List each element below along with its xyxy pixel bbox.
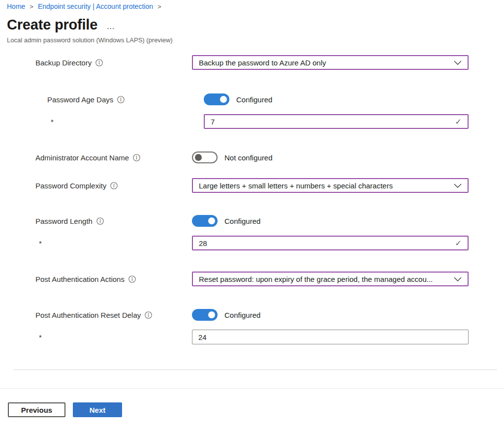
backup-directory-label: Backup Directory bbox=[35, 59, 92, 67]
form-row-post-authentication-actions: Post Authentication Actions Reset passwo… bbox=[35, 272, 469, 286]
form-row-administrator-account-name: Administrator Account Name Not configure… bbox=[35, 152, 469, 163]
post-authentication-reset-delay-value: 24 bbox=[198, 333, 207, 341]
breadcrumb-account-protection-link[interactable]: Endpoint security | Account protection bbox=[38, 2, 153, 10]
form-row-password-length: Password Length Configured bbox=[35, 215, 469, 227]
password-age-days-toggle[interactable] bbox=[204, 93, 229, 105]
footer-divider bbox=[0, 388, 504, 389]
info-icon[interactable] bbox=[110, 182, 118, 189]
password-length-input[interactable]: 28 ✓ bbox=[192, 236, 469, 250]
wizard-footer: Previous Next bbox=[8, 402, 504, 417]
checkmark-icon: ✓ bbox=[455, 117, 462, 126]
password-length-label: Password Length bbox=[35, 217, 93, 225]
create-profile-page: Home > Endpoint security | Account prote… bbox=[0, 0, 504, 428]
info-icon[interactable] bbox=[117, 96, 125, 103]
previous-button[interactable]: Previous bbox=[8, 402, 65, 417]
password-age-days-label: Password Age Days bbox=[47, 95, 113, 104]
post-authentication-reset-delay-toggle[interactable] bbox=[192, 309, 218, 321]
password-age-days-input[interactable]: 7 ✓ bbox=[204, 114, 469, 129]
administrator-account-name-toggle-label: Not configured bbox=[224, 153, 273, 162]
form-row-password-complexity: Password Complexity Large letters + smal… bbox=[35, 178, 469, 193]
required-asterisk: * bbox=[35, 239, 42, 247]
toggle-knob bbox=[195, 154, 202, 161]
next-button[interactable]: Next bbox=[73, 402, 122, 417]
administrator-account-name-toggle[interactable] bbox=[192, 152, 218, 163]
breadcrumb-home-link[interactable]: Home bbox=[7, 2, 25, 10]
chevron-down-icon bbox=[454, 277, 462, 281]
post-authentication-reset-delay-label: Post Authentication Reset Delay bbox=[35, 311, 141, 319]
administrator-account-name-label: Administrator Account Name bbox=[35, 153, 129, 162]
form-row-backup-directory: Backup Directory Backup the password to … bbox=[35, 55, 469, 70]
breadcrumb-separator-icon: > bbox=[30, 3, 33, 10]
toggle-knob bbox=[220, 96, 227, 103]
backup-directory-value: Backup the password to Azure AD only bbox=[199, 59, 331, 67]
more-options-icon[interactable]: … bbox=[106, 22, 115, 31]
form-row-password-age-days: Password Age Days Configured bbox=[47, 93, 469, 105]
info-icon[interactable] bbox=[133, 154, 140, 161]
required-asterisk: * bbox=[35, 333, 42, 341]
page-header: Create profile … bbox=[7, 17, 504, 33]
post-authentication-reset-delay-toggle-label: Configured bbox=[224, 311, 260, 319]
password-age-days-toggle-label: Configured bbox=[236, 95, 272, 104]
password-age-days-value: 7 bbox=[211, 118, 215, 126]
post-authentication-actions-value: Reset password: upon expiry of the grace… bbox=[199, 275, 438, 283]
password-complexity-value: Large letters + small letters + numbers … bbox=[199, 182, 398, 190]
info-icon[interactable] bbox=[128, 275, 136, 283]
required-asterisk: * bbox=[47, 118, 54, 126]
form-row-password-age-days-input: * 7 ✓ bbox=[47, 114, 469, 129]
info-icon[interactable] bbox=[95, 59, 103, 66]
content-divider bbox=[14, 369, 497, 370]
laps-settings-form: Backup Directory Backup the password to … bbox=[0, 55, 469, 344]
chevron-down-icon bbox=[454, 61, 462, 65]
password-length-toggle-label: Configured bbox=[224, 217, 260, 225]
form-row-post-authentication-reset-delay: Post Authentication Reset Delay Configur… bbox=[35, 309, 469, 321]
info-icon[interactable] bbox=[145, 311, 152, 319]
post-authentication-actions-label: Post Authentication Actions bbox=[35, 275, 125, 283]
info-icon[interactable] bbox=[96, 217, 104, 225]
page-subtitle: Local admin password solution (Windows L… bbox=[7, 36, 504, 44]
backup-directory-dropdown[interactable]: Backup the password to Azure AD only bbox=[192, 55, 469, 70]
page-title: Create profile bbox=[7, 17, 97, 33]
breadcrumb-separator-icon: > bbox=[158, 3, 161, 10]
password-complexity-label: Password Complexity bbox=[35, 182, 106, 190]
breadcrumb: Home > Endpoint security | Account prote… bbox=[0, 0, 504, 10]
password-length-value: 28 bbox=[199, 239, 207, 247]
post-authentication-reset-delay-input[interactable]: 24 bbox=[192, 330, 469, 344]
toggle-knob bbox=[208, 217, 215, 224]
checkmark-icon: ✓ bbox=[455, 239, 462, 248]
password-age-days-block: Password Age Days Configured * 7 bbox=[47, 93, 469, 129]
form-row-post-authentication-reset-delay-input: * 24 bbox=[35, 330, 469, 344]
post-authentication-actions-dropdown[interactable]: Reset password: upon expiry of the grace… bbox=[192, 272, 469, 286]
password-length-toggle[interactable] bbox=[192, 215, 218, 227]
form-row-password-length-input: * 28 ✓ bbox=[35, 236, 469, 250]
toggle-knob bbox=[208, 311, 215, 318]
password-complexity-dropdown[interactable]: Large letters + small letters + numbers … bbox=[192, 178, 469, 193]
chevron-down-icon bbox=[454, 183, 462, 188]
